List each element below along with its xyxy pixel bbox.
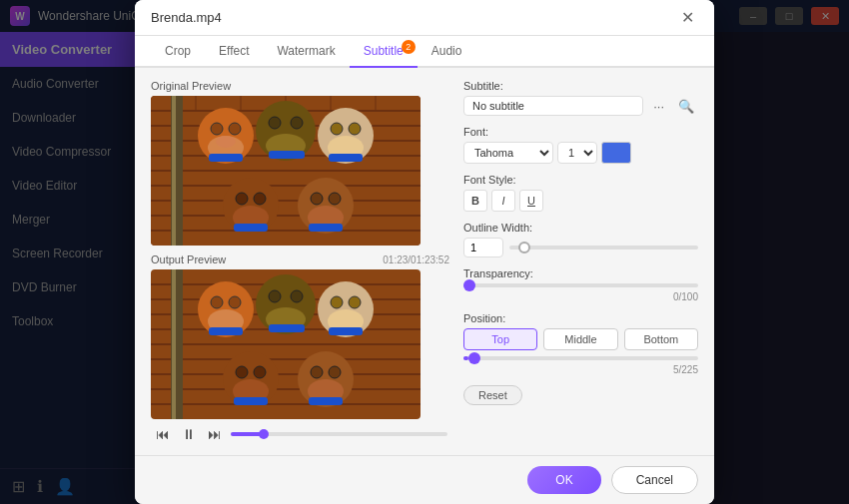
subtitle-search-button[interactable]: 🔍 <box>674 97 698 116</box>
svg-point-51 <box>349 123 361 135</box>
svg-point-41 <box>211 123 223 135</box>
svg-point-50 <box>331 123 343 135</box>
outline-slider-container <box>509 246 698 250</box>
progress-thumb <box>259 429 269 439</box>
dialog-overlay: Brenda.mp4 ✕ Crop Effect Watermark Subti… <box>0 0 849 504</box>
svg-point-95 <box>311 366 323 378</box>
outline-input[interactable] <box>463 238 503 257</box>
progress-bar[interactable] <box>231 432 447 436</box>
svg-point-92 <box>254 366 266 378</box>
play-pause-button[interactable]: ⏸ <box>179 425 199 443</box>
bold-button[interactable]: B <box>463 190 487 212</box>
font-style-label: Font Style: <box>463 174 698 186</box>
italic-button[interactable]: I <box>491 190 515 212</box>
settings-panel: Subtitle: ··· 🔍 Font: Tahoma <box>463 80 698 443</box>
position-top-button[interactable]: Top <box>463 328 537 350</box>
svg-point-43 <box>216 136 236 148</box>
svg-point-83 <box>269 290 281 302</box>
svg-rect-62 <box>329 154 363 162</box>
svg-point-58 <box>311 193 323 205</box>
transparency-row: Transparency: 0/100 <box>463 267 698 302</box>
outline-slider[interactable] <box>509 246 698 250</box>
preview-section: Original Preview <box>151 80 449 443</box>
svg-rect-76 <box>172 269 176 419</box>
svg-point-96 <box>329 366 341 378</box>
dialog-footer: OK Cancel <box>135 455 714 504</box>
prev-frame-button[interactable]: ⏮ <box>153 425 173 443</box>
outline-row: Outline Width: <box>463 222 698 257</box>
dialog-close-button[interactable]: ✕ <box>677 8 698 27</box>
svg-rect-99 <box>329 327 363 335</box>
svg-rect-97 <box>209 327 243 335</box>
position-thumb <box>468 352 480 364</box>
font-style-row: Font Style: B I U <box>463 174 698 212</box>
ok-button[interactable]: OK <box>527 466 600 494</box>
transparency-slider[interactable] <box>463 283 698 287</box>
tab-effect[interactable]: Effect <box>205 36 263 66</box>
dialog-titlebar: Brenda.mp4 ✕ <box>135 0 714 36</box>
subtitle-row: Subtitle: ··· 🔍 <box>463 80 698 116</box>
font-row: Font: Tahoma 12 <box>463 126 698 164</box>
position-section: Position: Top Middle Bottom <box>463 312 698 375</box>
svg-point-91 <box>236 366 248 378</box>
svg-point-59 <box>329 193 341 205</box>
position-value: 5/225 <box>463 364 698 375</box>
svg-point-88 <box>349 296 361 308</box>
timestamp: 01:23/01:23:52 <box>383 254 449 265</box>
font-color-picker[interactable] <box>601 142 631 164</box>
subtitle-more-button[interactable]: ··· <box>649 97 668 116</box>
tab-subtitle[interactable]: Subtitle 2 <box>350 36 418 68</box>
font-select[interactable]: Tahoma <box>463 142 553 164</box>
svg-point-79 <box>211 296 223 308</box>
font-control: Tahoma 12 <box>463 142 698 164</box>
position-label: Position: <box>463 312 698 324</box>
svg-rect-98 <box>269 324 305 332</box>
transparency-value: 0/100 <box>463 291 698 302</box>
dialog-body: Original Preview <box>135 68 714 455</box>
tab-watermark[interactable]: Watermark <box>263 36 349 66</box>
svg-point-80 <box>229 296 241 308</box>
transparency-label: Transparency: <box>463 267 698 279</box>
subtitle-tab-badge: 2 <box>402 40 416 54</box>
svg-rect-63 <box>234 224 268 232</box>
original-preview-label: Original Preview <box>151 80 449 92</box>
svg-point-54 <box>236 193 248 205</box>
svg-rect-60 <box>209 154 243 162</box>
tab-crop[interactable]: Crop <box>151 36 205 66</box>
font-style-buttons: B I U <box>463 190 698 212</box>
tab-audio[interactable]: Audio <box>418 36 476 66</box>
position-slider[interactable] <box>463 356 698 360</box>
underline-button[interactable]: U <box>519 190 543 212</box>
output-preview-label: Output Preview <box>151 253 226 265</box>
subtitle-control: ··· 🔍 <box>463 96 698 116</box>
cancel-button[interactable]: Cancel <box>611 466 698 494</box>
svg-point-47 <box>291 117 303 129</box>
video-controls: ⏮ ⏸ ⏭ <box>151 425 449 443</box>
next-frame-button[interactable]: ⏭ <box>205 425 225 443</box>
svg-rect-38 <box>172 96 176 246</box>
subtitle-input[interactable] <box>463 96 643 116</box>
font-size-select[interactable]: 12 <box>557 142 597 164</box>
outline-control <box>463 238 698 257</box>
svg-rect-64 <box>309 224 343 232</box>
position-bottom-button[interactable]: Bottom <box>624 328 698 350</box>
svg-rect-101 <box>309 397 343 405</box>
output-preview-svg <box>151 269 421 419</box>
svg-point-87 <box>331 296 343 308</box>
svg-point-55 <box>254 193 266 205</box>
svg-rect-61 <box>269 151 305 159</box>
output-preview <box>151 269 421 419</box>
edit-dialog: Brenda.mp4 ✕ Crop Effect Watermark Subti… <box>135 0 714 504</box>
outline-label: Outline Width: <box>463 222 698 234</box>
original-preview-svg <box>151 96 421 246</box>
svg-point-42 <box>229 123 241 135</box>
svg-point-46 <box>269 117 281 129</box>
position-middle-button[interactable]: Middle <box>543 328 617 350</box>
tabs-bar: Crop Effect Watermark Subtitle 2 Audio <box>135 36 714 68</box>
svg-rect-100 <box>234 397 268 405</box>
reset-row: Reset <box>463 385 698 405</box>
original-preview <box>151 96 421 246</box>
transparency-thumb <box>463 279 475 291</box>
svg-point-84 <box>291 290 303 302</box>
reset-button[interactable]: Reset <box>463 385 522 405</box>
